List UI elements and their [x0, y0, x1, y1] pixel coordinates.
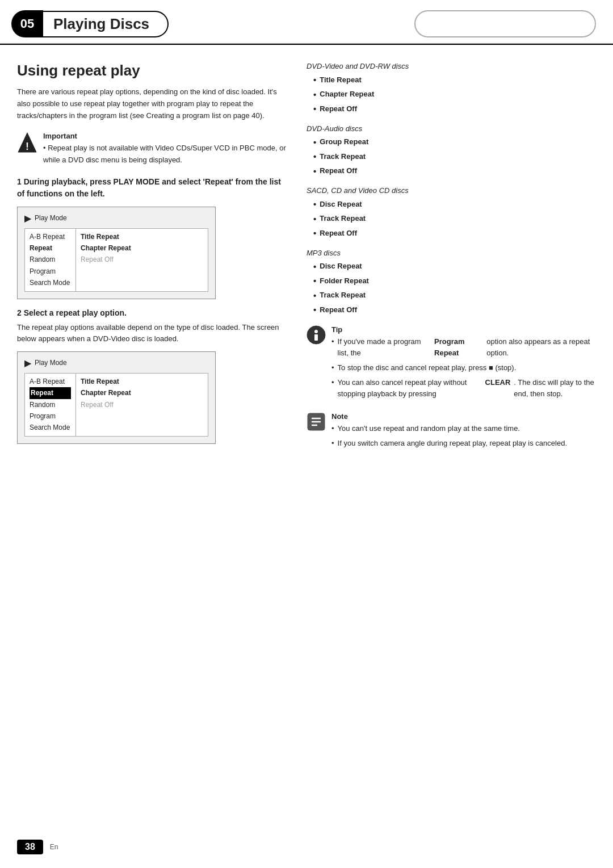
play-mode-body-2: A-B Repeat Repeat Random Program Search … [24, 373, 208, 437]
disc-option: Repeat Off [313, 102, 596, 116]
play-mode-right-2: Title Repeat Chapter Repeat Repeat Off [76, 374, 208, 436]
pm-right-title-2: Title Repeat [81, 376, 203, 387]
play-mode-box-1: ▶ Play Mode A-B Repeat Repeat Random Pro… [17, 207, 216, 299]
chapter-title: Playing Discs [43, 11, 169, 37]
page-number-badge: 38 [17, 840, 43, 854]
pm-item-ab-1: A-B Repeat [30, 231, 71, 242]
disc-section-dvd: DVD-Video and DVD-RW discs Title Repeat … [306, 62, 596, 116]
disc-option: Repeat Off [313, 303, 596, 317]
svg-text:!: ! [26, 141, 29, 152]
disc-options-dvd: Title Repeat Chapter Repeat Repeat Off [306, 73, 596, 116]
note-label: Note [331, 412, 567, 421]
pm-right-chapter-1: Chapter Repeat [81, 242, 203, 254]
play-mode-icon-2: ▶ [24, 358, 31, 368]
page-language: En [50, 843, 58, 851]
play-mode-label-1: Play Mode [35, 214, 67, 222]
pm-item-repeat-1: Repeat [30, 242, 71, 254]
tip-item-3: You can also cancel repeat play without … [331, 377, 596, 400]
disc-type-dvd: DVD-Video and DVD-RW discs [306, 62, 596, 70]
disc-section-mp3: MP3 discs Disc Repeat Folder Repeat Trac… [306, 249, 596, 317]
step2-heading: 2 Select a repeat play option. [17, 308, 289, 317]
pm-item-search-1: Search Mode [30, 277, 71, 288]
pm-item-program-1: Program [30, 266, 71, 277]
play-mode-left-1: A-B Repeat Repeat Random Program Search … [25, 229, 76, 291]
note-box: Note You can't use repeat and random pla… [306, 412, 596, 452]
pm-right-off-1: Repeat Off [81, 254, 203, 265]
disc-options-dvdaudio: Group Repeat Track Repeat Repeat Off [306, 135, 596, 179]
disc-section-sacd: SACD, CD and Video CD discs Disc Repeat … [306, 186, 596, 241]
important-content: Important • Repeat play is not available… [43, 132, 289, 165]
tip-content: Tip If you've made a program list, the P… [331, 325, 596, 404]
pm-item-repeat-2: Repeat [30, 387, 71, 399]
svg-rect-4 [314, 334, 318, 341]
pm-item-random-2: Random [30, 399, 71, 410]
disc-type-dvdaudio: DVD-Audio discs [306, 124, 596, 133]
pm-item-search-2: Search Mode [30, 422, 71, 433]
play-mode-label-2: Play Mode [35, 359, 67, 367]
tip-item-2: To stop the disc and cancel repeat play,… [331, 362, 596, 374]
play-mode-left-2: A-B Repeat Repeat Random Program Search … [25, 374, 76, 436]
disc-options-mp3: Disc Repeat Folder Repeat Track Repeat R… [306, 259, 596, 317]
important-box: ! Important • Repeat play is not availab… [17, 132, 289, 165]
pm-item-random-1: Random [30, 254, 71, 265]
important-label: Important [43, 132, 289, 140]
play-mode-right-1: Title Repeat Chapter Repeat Repeat Off [76, 229, 208, 291]
play-mode-header-2: ▶ Play Mode [24, 358, 208, 368]
disc-option: Folder Repeat [313, 274, 596, 288]
disc-option: Disc Repeat [313, 197, 596, 212]
tip-icon [306, 325, 326, 347]
play-mode-icon-1: ▶ [24, 213, 31, 224]
intro-text: There are various repeat play options, d… [17, 86, 289, 121]
tip-item-1: If you've made a program list, the Progr… [331, 336, 596, 359]
disc-options-sacd: Disc Repeat Track Repeat Repeat Off [306, 197, 596, 241]
note-item-2: If you switch camera angle during repeat… [331, 438, 567, 449]
disc-option: Chapter Repeat [313, 87, 596, 102]
step1-heading: 1 During playback, press PLAY MODE and s… [17, 176, 289, 200]
pm-item-program-2: Program [30, 410, 71, 422]
section-title: Using repeat play [17, 62, 289, 79]
note-icon [306, 412, 326, 434]
step2-text: The repeat play options available depend… [17, 322, 289, 345]
disc-type-sacd: SACD, CD and Video CD discs [306, 186, 596, 195]
disc-option: Track Repeat [313, 288, 596, 303]
pm-right-off-2: Repeat Off [81, 399, 203, 410]
play-mode-box-2: ▶ Play Mode A-B Repeat Repeat Random Pro… [17, 351, 216, 444]
disc-section-dvdaudio: DVD-Audio discs Group Repeat Track Repea… [306, 124, 596, 179]
important-icon: ! [17, 132, 37, 158]
disc-type-mp3: MP3 discs [306, 249, 596, 257]
page-footer: 38 En [0, 840, 613, 854]
note-item-1: You can't use repeat and random play at … [331, 423, 567, 434]
left-column: Using repeat play There are various repe… [17, 62, 289, 462]
important-text: • Repeat play is not available with Vide… [43, 142, 289, 165]
disc-option: Repeat Off [313, 164, 596, 179]
page-header: 05 Playing Discs [0, 0, 613, 44]
disc-option: Title Repeat [313, 73, 596, 87]
disc-option: Group Repeat [313, 135, 596, 150]
disc-option: Track Repeat [313, 149, 596, 164]
disc-option: Disc Repeat [313, 259, 596, 274]
note-content: Note You can't use repeat and random pla… [331, 412, 567, 452]
disc-option: Track Repeat [313, 212, 596, 227]
play-mode-header-1: ▶ Play Mode [24, 213, 208, 224]
tip-label: Tip [331, 325, 596, 334]
chapter-badge: 05 [11, 10, 43, 37]
tip-box: Tip If you've made a program list, the P… [306, 325, 596, 404]
page-content: Using repeat play There are various repe… [0, 45, 613, 479]
header-right-decoration [414, 10, 596, 37]
svg-point-3 [314, 330, 318, 333]
right-column: DVD-Video and DVD-RW discs Title Repeat … [306, 62, 596, 462]
pm-item-ab-2: A-B Repeat [30, 376, 71, 387]
disc-option: Repeat Off [313, 226, 596, 241]
pm-right-title-1: Title Repeat [81, 231, 203, 242]
pm-right-chapter-2: Chapter Repeat [81, 387, 203, 399]
play-mode-body-1: A-B Repeat Repeat Random Program Search … [24, 228, 208, 292]
